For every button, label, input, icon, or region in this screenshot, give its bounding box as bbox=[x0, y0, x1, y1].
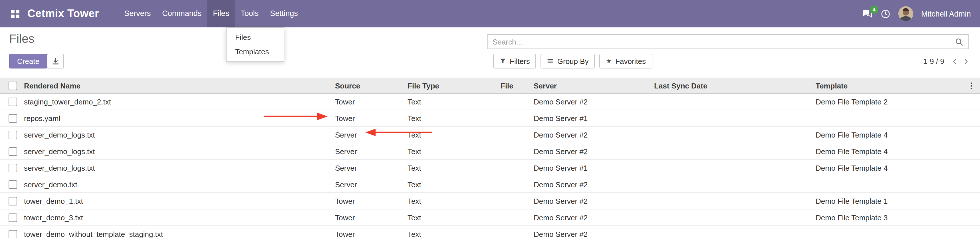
table-row[interactable]: server_demo_logs.txt Server Text Demo Se… bbox=[0, 127, 980, 143]
table-row[interactable]: tower_demo_1.txt Tower Text Demo Server … bbox=[0, 193, 980, 209]
cell-rendered-name: repos.yaml bbox=[23, 110, 334, 127]
navbar-right-cluster: 4 Mitchell Admin bbox=[862, 6, 971, 21]
cell-source: Server bbox=[334, 143, 406, 160]
nav-menu-files[interactable]: Files bbox=[207, 0, 235, 27]
group-by-button-label: Group By bbox=[557, 57, 589, 65]
cell-file bbox=[500, 226, 533, 238]
apps-menu-button[interactable] bbox=[9, 8, 21, 19]
files-table: Rendered Name Source File Type File Serv… bbox=[0, 78, 980, 238]
cell-last-sync-date bbox=[653, 176, 815, 193]
favorites-button-label: Favorites bbox=[615, 57, 646, 65]
column-header-file[interactable]: File bbox=[500, 78, 533, 93]
cell-rendered-name: tower_demo_without_template_staging.txt bbox=[23, 226, 334, 238]
filter-funnel-icon bbox=[500, 58, 506, 65]
main-menu: Servers Commands Files Tools Settings bbox=[118, 0, 304, 27]
activity-button[interactable] bbox=[881, 9, 890, 19]
search-submit[interactable] bbox=[955, 37, 963, 46]
favorites-button[interactable]: ★ Favorites bbox=[600, 54, 652, 68]
cell-server: Demo Server #2 bbox=[533, 226, 653, 238]
cell-template bbox=[815, 110, 963, 127]
cell-file-type: Text bbox=[406, 209, 500, 226]
row-checkbox[interactable] bbox=[9, 197, 17, 205]
row-checkbox[interactable] bbox=[9, 213, 17, 222]
cell-rendered-name: server_demo_logs.txt bbox=[23, 160, 334, 176]
cell-file bbox=[500, 193, 533, 209]
cell-server: Demo Server #1 bbox=[533, 160, 653, 176]
cell-template: Demo File Template 1 bbox=[815, 193, 963, 209]
row-checkbox[interactable] bbox=[9, 230, 17, 238]
export-button[interactable] bbox=[47, 54, 64, 68]
cell-template: Demo File Template 4 bbox=[815, 127, 963, 143]
cell-template: Demo File Template 4 bbox=[815, 143, 963, 160]
apps-grid-icon bbox=[10, 9, 20, 19]
cell-server: Demo Server #2 bbox=[533, 193, 653, 209]
dropdown-item-files[interactable]: Files bbox=[227, 30, 284, 44]
row-checkbox[interactable] bbox=[9, 114, 17, 123]
cell-file bbox=[500, 93, 533, 110]
cell-file-type: Text bbox=[406, 143, 500, 160]
row-checkbox[interactable] bbox=[9, 98, 17, 106]
cell-server: Demo Server #2 bbox=[533, 127, 653, 143]
table-row[interactable]: tower_demo_without_template_staging.txt … bbox=[0, 226, 980, 238]
cell-server: Demo Server #2 bbox=[533, 93, 653, 110]
table-row[interactable]: staging_tower_demo_2.txt Tower Text Demo… bbox=[0, 93, 980, 110]
cell-last-sync-date bbox=[653, 209, 815, 226]
group-by-icon bbox=[547, 58, 554, 65]
avatar-image bbox=[898, 6, 913, 21]
cell-file-type: Text bbox=[406, 226, 500, 238]
table-row[interactable]: server_demo.txt Server Text Demo Server … bbox=[0, 176, 980, 193]
cell-file bbox=[500, 209, 533, 226]
table-row[interactable]: repos.yaml Tower Text Demo Server #1 bbox=[0, 110, 980, 127]
nav-menu-tools[interactable]: Tools bbox=[235, 0, 264, 27]
cell-source: Tower bbox=[334, 93, 406, 110]
messages-button[interactable]: 4 bbox=[862, 9, 873, 18]
files-dropdown-menu: Files Templates bbox=[226, 27, 284, 62]
cell-file bbox=[500, 143, 533, 160]
user-menu[interactable]: Mitchell Admin bbox=[921, 10, 971, 18]
cell-source: Tower bbox=[334, 193, 406, 209]
column-header-source[interactable]: Source bbox=[334, 78, 406, 93]
row-checkbox[interactable] bbox=[9, 164, 17, 172]
pager-previous-button[interactable]: ‹ bbox=[949, 54, 961, 68]
dropdown-item-templates[interactable]: Templates bbox=[227, 44, 284, 59]
filters-button-label: Filters bbox=[510, 57, 530, 65]
select-all-checkbox[interactable] bbox=[9, 82, 17, 90]
filters-button[interactable]: Filters bbox=[493, 54, 536, 68]
column-header-template[interactable]: Template bbox=[815, 78, 963, 93]
column-header-server[interactable]: Server bbox=[533, 78, 653, 93]
search-input[interactable] bbox=[488, 37, 955, 46]
cell-template bbox=[815, 226, 963, 238]
cell-template bbox=[815, 176, 963, 193]
cell-source: Tower bbox=[334, 209, 406, 226]
nav-menu-settings[interactable]: Settings bbox=[264, 0, 304, 27]
cell-source: Server bbox=[334, 160, 406, 176]
cell-server: Demo Server #1 bbox=[533, 110, 653, 127]
group-by-button[interactable]: Group By bbox=[541, 54, 595, 68]
cell-last-sync-date bbox=[653, 160, 815, 176]
cell-server: Demo Server #2 bbox=[533, 209, 653, 226]
column-header-file-type[interactable]: File Type bbox=[406, 78, 500, 93]
cell-last-sync-date bbox=[653, 226, 815, 238]
search-icon bbox=[955, 37, 963, 46]
cell-template: Demo File Template 2 bbox=[815, 93, 963, 110]
table-row[interactable]: tower_demo_3.txt Tower Text Demo Server … bbox=[0, 209, 980, 226]
table-row[interactable]: server_demo_logs.txt Server Text Demo Se… bbox=[0, 143, 980, 160]
app-window: Cetmix Tower Servers Commands Files Tool… bbox=[0, 0, 980, 238]
table-row[interactable]: server_demo_logs.txt Server Text Demo Se… bbox=[0, 160, 980, 176]
row-checkbox[interactable] bbox=[9, 180, 17, 189]
column-header-last-sync-date[interactable]: Last Sync Date bbox=[653, 78, 815, 93]
nav-menu-commands[interactable]: Commands bbox=[156, 0, 207, 27]
cell-source: Tower bbox=[334, 110, 406, 127]
pager-next-button[interactable]: › bbox=[960, 54, 972, 68]
user-avatar[interactable] bbox=[898, 6, 913, 21]
main-content: Files Create Filters bbox=[0, 27, 980, 238]
cell-rendered-name: tower_demo_3.txt bbox=[23, 209, 334, 226]
cell-template: Demo File Template 3 bbox=[815, 209, 963, 226]
row-checkbox[interactable] bbox=[9, 147, 17, 156]
create-button[interactable]: Create bbox=[9, 54, 48, 68]
row-checkbox[interactable] bbox=[9, 131, 17, 139]
optional-columns-icon[interactable]: ⋮ bbox=[967, 81, 975, 90]
column-header-rendered-name[interactable]: Rendered Name bbox=[23, 78, 334, 93]
cell-file bbox=[500, 110, 533, 127]
nav-menu-servers[interactable]: Servers bbox=[118, 0, 156, 27]
